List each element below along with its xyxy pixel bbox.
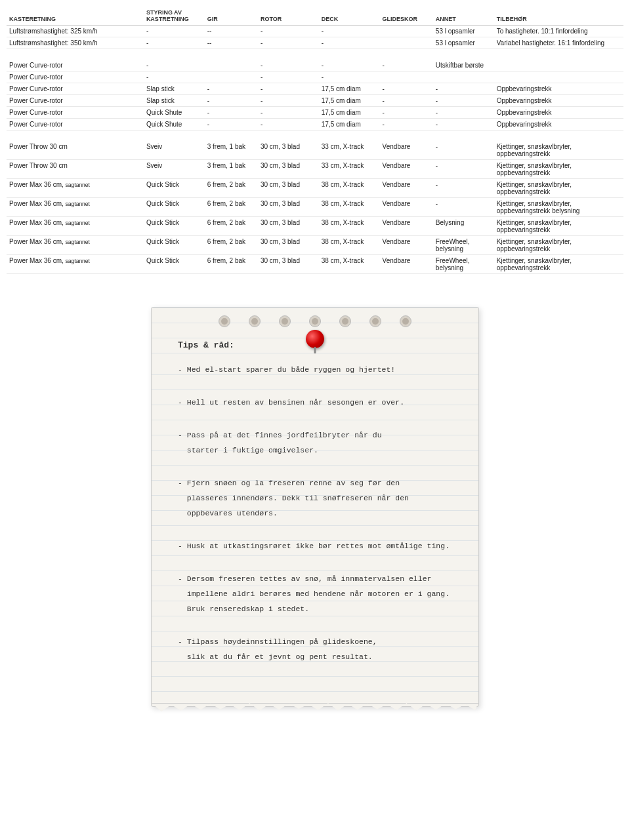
notepad-tip: - Med el-start sparer du både ryggen og … [178, 362, 452, 377]
table-row: Luftstrømshastighet: 350 km/h - -- - - 5… [7, 37, 623, 49]
cell-model: Power Max 36 cm, sagtannet [7, 217, 144, 236]
cell-other: - [433, 198, 494, 217]
cell-steer: Quick Stick [144, 217, 205, 236]
cell-model: Power Throw 30 cm [7, 141, 144, 160]
cell-rotor: - [258, 107, 319, 119]
cell-deck: 17,5 cm diam [319, 95, 380, 107]
cell-other: - [433, 160, 494, 179]
cell-deck: - [319, 37, 380, 49]
blank-row [7, 49, 623, 60]
cell-slide: - [380, 60, 433, 71]
cell-acc: Kjettinger, snøskavlbryter, oppbevarings… [494, 217, 623, 236]
cell-slide [380, 37, 433, 49]
cell-deck: 17,5 cm diam [319, 107, 380, 119]
model-small: sagtannet [66, 201, 90, 207]
cell-gear: - [205, 95, 258, 107]
cell-slide: Vendbare [380, 198, 433, 217]
cell-other: - [433, 83, 494, 95]
notepad-tip: - Pass på at det finnes jordfeilbryter n… [178, 428, 452, 458]
notepad-section: Tips & råd: - Med el-start sparer du båd… [0, 287, 630, 733]
cell-model: Power Curve-rotor [7, 119, 144, 130]
spiral-hole [249, 315, 261, 327]
cell-model: Power Curve-rotor [7, 83, 144, 95]
cell-deck: 38 cm, X-track [319, 236, 380, 255]
col-header-slide: GLIDESKOR [380, 7, 433, 26]
model-small: sagtannet [66, 182, 90, 188]
cell-gear [205, 60, 258, 71]
cell-slide: - [380, 107, 433, 119]
cell-gear [205, 71, 258, 83]
cell-deck: 17,5 cm diam [319, 119, 380, 130]
table-row: Power Max 36 cm, sagtannet Quick Stick 6… [7, 198, 623, 217]
cell-steer: - [144, 37, 205, 49]
model-small: sagtannet [66, 239, 90, 245]
cell-other: Belysning [433, 217, 494, 236]
cell-gear: 6 frem, 2 bak [205, 179, 258, 198]
cell-steer: Quick Shute [144, 107, 205, 119]
cell-slide: - [380, 83, 433, 95]
spiral-hole [279, 315, 291, 327]
product-table: KASTERETNING STYRING AV KASTRETNING GIR … [7, 7, 623, 274]
cell-acc: Oppbevaringstrekk [494, 95, 623, 107]
cell-deck: 38 cm, X-track [319, 255, 380, 274]
cell-gear: 6 frem, 2 bak [205, 217, 258, 236]
table-row: Power Curve-rotor - - - - Utskiftbar bør… [7, 60, 623, 71]
cell-model: Power Curve-rotor [7, 107, 144, 119]
table-row: Power Max 36 cm, sagtannet Quick Stick 6… [7, 179, 623, 198]
cell-acc: Kjettinger, snøskavlbryter, oppbevarings… [494, 255, 623, 274]
model-small: sagtannet [66, 220, 90, 226]
spiral-hole [309, 315, 321, 327]
spiral-holes [152, 315, 478, 327]
cell-slide: Vendbare [380, 236, 433, 255]
cell-rotor: - [258, 83, 319, 95]
cell-deck: - [319, 71, 380, 83]
cell-other: - [433, 119, 494, 130]
table-row: Power Curve-rotor Quick Shute - - 17,5 c… [7, 119, 623, 130]
table-row: Power Curve-rotor Slap stick - - 17,5 cm… [7, 95, 623, 107]
cell-steer: Quick Stick [144, 179, 205, 198]
cell-slide: Vendbare [380, 217, 433, 236]
cell-model: Power Throw 30 cm [7, 160, 144, 179]
cell-model: Luftstrømshastighet: 350 km/h [7, 37, 144, 49]
notepad-tip: - Dersom freseren tettes av snø, må innm… [178, 571, 452, 616]
cell-gear: -- [205, 37, 258, 49]
cell-acc: Kjettinger, snøskavlbryter, oppbevarings… [494, 236, 623, 255]
cell-rotor: - [258, 26, 319, 37]
cell-rotor: 30 cm, 3 blad [258, 217, 319, 236]
cell-gear: 3 frem, 1 bak [205, 141, 258, 160]
cell-acc: Variabel hastigheter. 16:1 finfordeling [494, 37, 623, 49]
cell-deck: 38 cm, X-track [319, 198, 380, 217]
cell-other: - [433, 107, 494, 119]
cell-rotor: - [258, 71, 319, 83]
cell-rotor: - [258, 119, 319, 130]
cell-rotor: 30 cm, 3 blad [258, 141, 319, 160]
cell-model: Power Max 36 cm, sagtannet [7, 198, 144, 217]
notepad-tip: - Fjern snøen og la freseren renne av se… [178, 475, 452, 521]
cell-rotor: 30 cm, 3 blad [258, 255, 319, 274]
cell-rotor: 30 cm, 3 blad [258, 236, 319, 255]
col-header-rotor: ROTOR [258, 7, 319, 26]
col-header-other: ANNET [433, 7, 494, 26]
col-header-gear: GIR [205, 7, 258, 26]
cell-slide: Vendbare [380, 141, 433, 160]
cell-steer: Quick Stick [144, 198, 205, 217]
cell-deck: - [319, 26, 380, 37]
table-row: Power Curve-rotor - - - [7, 71, 623, 83]
cell-rotor: - [258, 60, 319, 71]
notepad-tip: - Hell ut resten av bensinen når sesonge… [178, 395, 452, 410]
cell-model: Power Max 36 cm, sagtannet [7, 179, 144, 198]
cell-steer: Quick Stick [144, 236, 205, 255]
cell-rotor: 30 cm, 3 blad [258, 179, 319, 198]
spiral-hole [339, 315, 351, 327]
cell-gear: - [205, 119, 258, 130]
cell-model: Luftstrømshastighet: 325 km/h [7, 26, 144, 37]
cell-gear: 3 frem, 1 bak [205, 160, 258, 179]
cell-model: Power Curve-rotor [7, 60, 144, 71]
cell-other: Utskiftbar børste [433, 60, 494, 71]
table-row: Power Throw 30 cm Sveiv 3 frem, 1 bak 30… [7, 160, 623, 179]
cell-gear: 6 frem, 2 bak [205, 198, 258, 217]
cell-deck: 33 cm, X-track [319, 141, 380, 160]
table-row: Power Max 36 cm, sagtannet Quick Stick 6… [7, 255, 623, 274]
cell-slide: - [380, 95, 433, 107]
cell-acc: Kjettinger, snøskavlbryter, oppbevarings… [494, 141, 623, 160]
